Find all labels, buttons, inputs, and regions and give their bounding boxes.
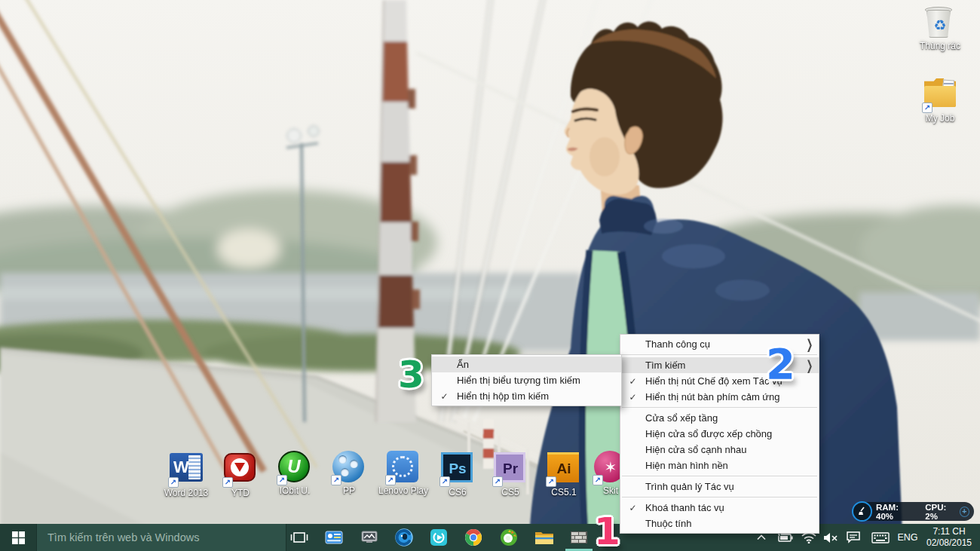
icon-label: CS5 (483, 487, 537, 497)
annotation-step-2: 2 (766, 339, 795, 388)
cpu-usage: CPU: 2% (925, 503, 959, 521)
icon-label: YTD (213, 488, 268, 498)
taskbar: Tìm kiếm trên web và Windows (0, 524, 980, 551)
icon-label: IObit U. (268, 485, 322, 496)
menu-item-cua-so-xep-tang[interactable]: Cửa sổ xếp tầng (620, 410, 819, 426)
taskbar-search-input[interactable]: Tìm kiếm trên web và Windows (36, 524, 286, 551)
taskbar-app-systemcare[interactable] (389, 524, 419, 551)
shortcut-arrow-icon: ↗ (922, 103, 933, 113)
checkmark-icon: ✓ (432, 391, 457, 402)
menu-item-hien-man-hinh-nen[interactable]: Hiện màn hình nền (620, 458, 819, 473)
shortcut-arrow-icon: ↗ (168, 477, 179, 488)
icon-label: Lenovo Play (376, 485, 430, 496)
taskbar-app-file-explorer[interactable] (529, 524, 559, 551)
desktop-icon-cs6[interactable]: Ps ↗ CS6 (430, 451, 485, 497)
tray-clock[interactable]: 7:11 CH 02/08/2015 (923, 526, 975, 549)
taskbar-app-coccoc[interactable] (494, 524, 524, 551)
windows-logo-icon (12, 531, 25, 544)
menu-item-hien-cua-so-canh-nhau[interactable]: Hiện cửa sổ cạnh nhau (620, 442, 819, 458)
tray-touch-keyboard[interactable] (868, 524, 893, 551)
expand-plus-icon[interactable]: + (960, 507, 969, 517)
taskbar-app-contact-card[interactable] (319, 524, 349, 551)
contact-card-icon (325, 530, 343, 545)
brick-wall-icon (570, 530, 588, 545)
lenovo-play-icon: ↗ (387, 451, 420, 484)
taskbar-app-chrome[interactable] (458, 524, 488, 551)
icon-label: PP (322, 485, 376, 496)
shortcut-arrow-icon: ↗ (546, 476, 556, 487)
annotation-step-1: 1 (594, 510, 620, 551)
submenu-item-hien-thi-hop-tim-kiem[interactable]: ✓ Hiển thị hộp tìm kiếm (432, 388, 621, 404)
cleaner-brush-icon[interactable] (852, 501, 872, 522)
recycle-bin-icon: ♻ (923, 6, 957, 39)
icon-label: CS6 (430, 487, 485, 497)
ram-usage: RAM: 40% (876, 503, 916, 521)
submenu-arrow-icon: ❯ (803, 337, 816, 352)
submenu-item-hien-thi-bieu-tuong-tim-kiem[interactable]: Hiển thị biểu tượng tìm kiếm (432, 372, 621, 388)
clock-time: 7:11 CH (923, 526, 975, 537)
shareit-icon (430, 528, 448, 546)
menu-item-hien-thi-nut-ban-phim-cam-ung[interactable]: ✓ Hiển thị nút bàn phím cảm ứng (620, 389, 819, 405)
media-reel-icon: ↗ (332, 451, 366, 484)
battery-icon (776, 532, 793, 543)
menu-item-khoa-thanh-tac-vu[interactable]: ✓ Khoá thanh tác vụ (620, 500, 819, 516)
speaker-mute-icon (823, 532, 838, 543)
desktop-icon-recycle-bin[interactable]: ♻ Thùng rác (913, 6, 967, 51)
word-icon: W ↗ (170, 453, 203, 486)
taskbar-app-malware-fighter[interactable] (564, 524, 594, 551)
desktop-icon-pp[interactable]: ↗ PP (322, 451, 376, 496)
chevron-up-icon (757, 534, 766, 540)
icon-label: Thùng rác (913, 41, 967, 51)
task-view-button[interactable] (284, 524, 314, 551)
checkmark-icon: ✓ (620, 392, 645, 403)
desktop-icon-ytd[interactable]: ↗ YTD (213, 451, 268, 498)
tray-action-center[interactable] (844, 524, 863, 551)
performance-monitor-widget[interactable]: RAM: 40% CPU: 2% + (853, 502, 974, 521)
shortcut-arrow-icon: ↗ (593, 475, 603, 485)
start-button[interactable] (0, 524, 36, 551)
tray-language[interactable]: ENG (894, 524, 921, 551)
language-label: ENG (897, 532, 917, 543)
display-app-icon (360, 530, 378, 545)
shortcut-arrow-icon: ↗ (385, 475, 396, 485)
icon-label: My Job (913, 113, 967, 124)
coccoc-icon (500, 528, 518, 546)
tray-volume-muted[interactable] (821, 524, 841, 551)
chrome-icon (464, 528, 482, 546)
illustrator-icon: Ai ↗ (547, 452, 580, 485)
checkmark-icon: ✓ (620, 376, 645, 387)
search-placeholder: Tìm kiếm trên web và Windows (47, 531, 199, 543)
desktop-icon-word[interactable]: W ↗ Word 2013 (159, 451, 213, 498)
menu-separator (622, 497, 817, 497)
premiere-icon: Pr ↗ (494, 452, 527, 485)
action-center-icon (847, 531, 860, 543)
menu-separator (622, 407, 817, 408)
clock-date: 02/08/2015 (923, 537, 975, 549)
search-submenu: Ẩn Hiển thị biểu tượng tìm kiếm ✓ Hiển t… (431, 354, 622, 406)
shortcut-arrow-icon: ↗ (222, 477, 233, 488)
advanced-systemcare-icon (395, 528, 413, 546)
ytd-downloader-icon: ↗ (224, 453, 257, 486)
submenu-item-an[interactable]: Ẩn (432, 357, 621, 372)
menu-separator (622, 476, 817, 476)
desktop-icon-lenovo-play[interactable]: ↗ Lenovo Play (376, 451, 430, 496)
keyboard-icon (871, 532, 890, 543)
submenu-arrow-icon: ❯ (803, 358, 816, 373)
taskbar-app-display[interactable] (354, 524, 384, 551)
icon-label: Word 2013 (159, 488, 213, 498)
checkmark-icon: ✓ (620, 503, 645, 513)
desktop-icon-my-job[interactable]: ↗ My Job (913, 78, 967, 124)
menu-item-hien-cua-so-duoc-xep-chong[interactable]: Hiện cửa sổ được xếp chồng (620, 426, 819, 442)
photoshop-icon: Ps ↗ (441, 452, 474, 485)
folder-shortcut-icon: ↗ (923, 78, 957, 112)
shortcut-arrow-icon: ↗ (331, 475, 341, 485)
desktop-icon-cs5[interactable]: Pr ↗ CS5 (483, 451, 537, 497)
menu-item-thuoc-tinh[interactable]: Thuộc tính (620, 516, 819, 531)
taskbar-app-shareit[interactable] (424, 524, 454, 551)
shortcut-arrow-icon: ↗ (277, 475, 287, 485)
desktop-icon-iobit[interactable]: U ↗ IObit U. (268, 451, 322, 496)
task-view-icon (290, 530, 308, 545)
file-explorer-icon (534, 529, 554, 546)
shortcut-arrow-icon: ↗ (492, 476, 503, 487)
menu-item-trinh-quan-ly-tac-vu[interactable]: Trình quản lý Tác vụ (620, 479, 819, 494)
